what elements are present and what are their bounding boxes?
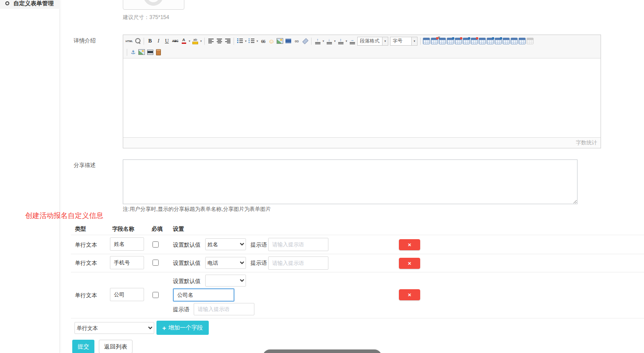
delete-field-button[interactable]: × xyxy=(399,239,420,250)
chevron-down-icon[interactable]: ▾ xyxy=(333,39,336,43)
hint-input[interactable] xyxy=(194,303,254,315)
strikethrough-icon[interactable] xyxy=(172,37,179,45)
preview-icon[interactable] xyxy=(134,37,141,45)
editor-statusbar: 字数统计 xyxy=(123,137,601,148)
chevron-down-icon[interactable]: ▾ xyxy=(345,39,348,43)
align-right-icon[interactable] xyxy=(224,37,231,45)
bold-icon[interactable] xyxy=(146,37,154,45)
row-span-icon[interactable] xyxy=(519,38,526,44)
default-value-input[interactable] xyxy=(173,288,234,302)
insert-col-left-icon[interactable] xyxy=(463,38,470,44)
field-name-input[interactable] xyxy=(110,237,144,251)
font-color-icon[interactable] xyxy=(180,37,187,45)
hint-label: 提示语 xyxy=(250,260,267,267)
chevron-down-icon[interactable]: ▾ xyxy=(244,39,247,43)
editor-content[interactable] xyxy=(123,58,601,137)
upload-size-hint: 建议尺寸：375*154 xyxy=(123,14,169,21)
font-size-select[interactable]: 字号▾ xyxy=(390,37,418,46)
divider xyxy=(71,272,644,272)
divider xyxy=(71,318,644,318)
sidebar-item-label: 自定义表单管理 xyxy=(13,0,54,8)
default-value-select[interactable] xyxy=(205,275,246,287)
line-height-icon[interactable] xyxy=(337,37,344,45)
delete-field-button[interactable]: × xyxy=(399,258,420,269)
source-html-icon[interactable] xyxy=(125,37,133,45)
image-manager-icon[interactable] xyxy=(138,48,145,56)
add-field-button-label: 增加一个字段 xyxy=(168,324,203,332)
font-size-select-label: 字号 xyxy=(390,38,411,44)
margin-bottom-icon[interactable] xyxy=(325,37,333,45)
delete-table-icon[interactable] xyxy=(431,38,438,44)
divider xyxy=(71,254,644,254)
default-value-select[interactable]: 姓名 xyxy=(205,238,246,250)
paste-icon[interactable] xyxy=(155,48,162,56)
col-header-type: 类型 xyxy=(75,225,86,233)
hint-input[interactable] xyxy=(268,238,328,251)
hint-input[interactable] xyxy=(268,256,328,270)
align-center-icon[interactable] xyxy=(215,37,223,45)
split-cells-icon[interactable] xyxy=(511,38,518,44)
required-checkbox[interactable] xyxy=(152,292,159,298)
field-name-input[interactable] xyxy=(110,256,144,269)
italic-icon[interactable] xyxy=(155,37,162,45)
close-icon: × xyxy=(408,291,411,298)
margin-top-icon[interactable] xyxy=(314,37,321,45)
highlight-color-icon[interactable] xyxy=(191,37,199,45)
table-properties-icon[interactable] xyxy=(439,38,446,44)
chevron-down-icon[interactable]: ▾ xyxy=(256,39,259,43)
insert-row-below-icon[interactable] xyxy=(487,38,494,44)
back-to-list-button[interactable]: 返回列表 xyxy=(99,340,133,353)
paragraph-format-select[interactable]: 段落格式▾ xyxy=(357,37,388,46)
field-name-input[interactable] xyxy=(110,288,144,301)
hint-label: 提示语 xyxy=(173,306,190,314)
remove-format-icon[interactable] xyxy=(301,37,309,45)
cell-properties-icon[interactable] xyxy=(479,38,486,44)
form-image-upload-box[interactable] xyxy=(123,0,184,10)
default-value-select[interactable]: 电话 xyxy=(205,257,246,269)
indent-icon[interactable] xyxy=(348,37,356,45)
toolbar-separator xyxy=(204,38,205,45)
underline-icon[interactable] xyxy=(163,37,171,45)
toolbar-separator xyxy=(234,38,234,45)
chevron-down-icon[interactable]: ▾ xyxy=(199,39,203,43)
insert-link-icon[interactable] xyxy=(293,37,301,45)
toast-notification xyxy=(263,349,382,353)
ordered-list-icon[interactable] xyxy=(236,37,244,45)
blockquote-icon[interactable] xyxy=(259,37,267,45)
add-field-button[interactable]: + 增加一个字段 xyxy=(156,321,209,335)
page: 自定义表单管理 建议尺寸：375*154 详情介绍 ▾▾▾▾▾▾▾段落格式▾字号… xyxy=(0,0,644,353)
chevron-down-icon[interactable]: ▾ xyxy=(411,37,417,45)
required-checkbox[interactable] xyxy=(152,260,159,266)
sidebar-item-custom-form-management[interactable]: 自定义表单管理 xyxy=(0,0,60,9)
align-left-icon[interactable] xyxy=(207,37,215,45)
delete-col-icon[interactable] xyxy=(471,38,478,44)
new-field-type-select[interactable]: 单行文本 xyxy=(74,322,154,334)
set-default-label: 设置默认值 xyxy=(173,278,201,285)
editor-toolbar-row2 xyxy=(124,47,600,58)
merge-cells-icon[interactable] xyxy=(503,38,510,44)
emoticons-icon[interactable] xyxy=(268,37,275,45)
field-type-text: 单行文本 xyxy=(75,260,97,267)
detail-intro-label: 详情介绍 xyxy=(74,37,96,45)
paragraph-format-select-label: 段落格式 xyxy=(358,38,382,44)
chevron-down-icon[interactable]: ▾ xyxy=(382,37,388,45)
delete-field-button[interactable]: × xyxy=(399,289,420,300)
chevron-down-icon[interactable]: ▾ xyxy=(322,39,325,43)
insert-image-icon[interactable] xyxy=(276,37,284,45)
word-count-link[interactable]: 字数统计 xyxy=(576,139,597,147)
chevron-down-icon[interactable]: ▾ xyxy=(188,39,191,43)
insert-col-right-icon[interactable] xyxy=(495,38,502,44)
submit-button[interactable]: 提交 xyxy=(72,340,94,353)
toolbar-separator xyxy=(311,38,312,45)
required-checkbox[interactable] xyxy=(152,241,159,248)
print-icon[interactable] xyxy=(146,48,154,56)
anchor-icon[interactable] xyxy=(129,48,137,56)
share-desc-textarea[interactable] xyxy=(123,159,578,204)
delete-row-icon[interactable] xyxy=(455,38,462,44)
col-header-settings: 设置 xyxy=(173,225,184,233)
unordered-list-icon[interactable] xyxy=(248,37,255,45)
insert-video-icon[interactable] xyxy=(285,37,292,45)
insert-table-icon[interactable] xyxy=(423,38,430,44)
insert-row-above-icon[interactable] xyxy=(447,38,454,44)
upload-placeholder-circle-icon xyxy=(144,0,163,6)
